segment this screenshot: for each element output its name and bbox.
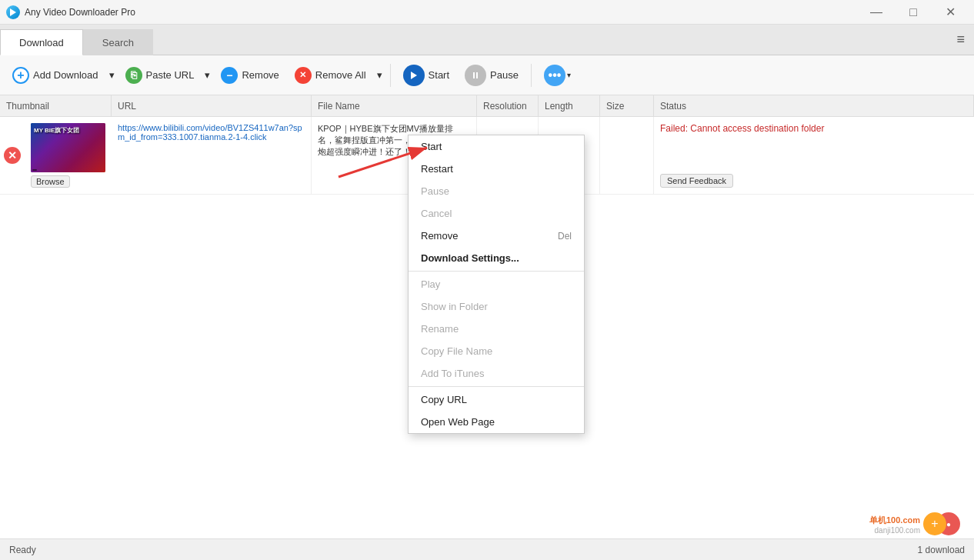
separator2	[531, 64, 532, 87]
svg-rect-2	[473, 72, 475, 78]
start-button[interactable]: Start	[397, 61, 455, 90]
tab-bar: Download Search ≡	[0, 25, 974, 55]
error-icon-cell: ✕	[0, 117, 25, 194]
ctx-separator1	[409, 271, 584, 272]
paste-url-button[interactable]: ⎘ Paste URL	[119, 63, 201, 88]
pause-icon	[465, 65, 486, 86]
app-title: Any Video Downloader Pro	[25, 7, 135, 18]
close-button[interactable]: ✕	[932, 0, 968, 25]
col-header-filename: File Name	[312, 95, 477, 116]
ctx-show-in-folder[interactable]: Show in Folder	[409, 295, 584, 318]
menu-icon[interactable]: ≡	[953, 28, 968, 51]
ctx-add-to-itunes[interactable]: Add To iTunes	[409, 362, 584, 385]
status-cell: Failed: Cannot access destination folder…	[654, 117, 974, 194]
add-icon: +	[12, 67, 29, 84]
separator	[390, 64, 391, 87]
ctx-pause[interactable]: Pause	[409, 180, 584, 202]
pause-button[interactable]: Pause	[459, 61, 525, 90]
browse-button[interactable]: Browse	[31, 175, 70, 188]
more-icon: •••	[544, 65, 565, 86]
context-menu: Start Restart Pause Cancel Remove Del Do…	[408, 135, 585, 434]
svg-marker-0	[10, 8, 16, 16]
ctx-play[interactable]: Play	[409, 273, 584, 295]
status-bar: Ready 1 download	[0, 538, 974, 560]
ctx-copy-url[interactable]: Copy URL	[409, 388, 584, 411]
status-ready: Ready	[9, 545, 36, 555]
remove-all-icon: ✕	[295, 67, 312, 84]
ctx-remove-shortcut: Del	[558, 231, 572, 242]
watermark-icon1: +	[923, 512, 946, 535]
col-header-size: Size	[600, 95, 654, 116]
add-download-button[interactable]: + Add Download	[6, 63, 105, 88]
add-download-dropdown[interactable]: ▾	[108, 65, 116, 85]
thumbnail-cell: MY BIE旗下女团 Browse	[25, 117, 112, 194]
ctx-open-web-page[interactable]: Open Web Page	[409, 411, 584, 433]
error-icon: ✕	[4, 147, 21, 164]
col-header-thumbnail: Thumbnail	[0, 95, 112, 116]
ctx-copy-file-name[interactable]: Copy File Name	[409, 340, 584, 362]
toolbar: + Add Download ▾ ⎘ Paste URL ▾ − Remove …	[0, 55, 974, 95]
ctx-cancel[interactable]: Cancel	[409, 202, 584, 225]
watermark-subtext: danji100.com	[875, 526, 920, 535]
remove-icon: −	[221, 67, 238, 84]
ctx-remove[interactable]: Remove Del	[409, 225, 584, 247]
play-icon	[403, 65, 425, 86]
remove-all-button[interactable]: ✕ Remove All	[289, 63, 372, 88]
watermark: 单机100.com danji100.com + ●	[869, 511, 968, 538]
ctx-start[interactable]: Start	[409, 135, 584, 158]
status-text: Failed: Cannot access destination folder	[660, 123, 968, 134]
tab-search[interactable]: Search	[83, 29, 153, 55]
more-button[interactable]: ••• ▾	[538, 61, 577, 90]
col-header-status: Status	[654, 95, 974, 116]
ctx-download-settings[interactable]: Download Settings...	[409, 247, 584, 269]
col-header-url: URL	[112, 95, 312, 116]
thumb-overlay	[32, 169, 37, 171]
url-cell: https://www.bilibili.com/video/BV1ZS411w…	[112, 117, 312, 194]
title-bar: Any Video Downloader Pro — □ ✕	[0, 0, 974, 25]
tab-download[interactable]: Download	[0, 29, 83, 55]
column-headers: Thumbnail URL File Name Resolution Lengt…	[0, 95, 974, 117]
maximize-button[interactable]: □	[896, 0, 931, 25]
app-icon	[6, 5, 20, 19]
remove-button[interactable]: − Remove	[215, 63, 285, 88]
download-count: 1 download	[918, 545, 965, 555]
ctx-rename[interactable]: Rename	[409, 318, 584, 340]
size-cell	[600, 117, 654, 194]
watermark-text: 单机100.com	[869, 515, 920, 526]
ctx-separator2	[409, 386, 584, 387]
ctx-restart[interactable]: Restart	[409, 158, 584, 180]
svg-marker-1	[411, 72, 417, 79]
paste-icon: ⎘	[125, 67, 142, 84]
send-feedback-button[interactable]: Send Feedback	[660, 174, 733, 188]
paste-url-dropdown[interactable]: ▾	[203, 65, 212, 85]
col-header-length: Length	[539, 95, 600, 116]
remove-all-dropdown[interactable]: ▾	[375, 65, 384, 85]
thumbnail-image: MY BIE旗下女团	[31, 123, 105, 172]
col-header-resolution: Resolution	[477, 95, 539, 116]
minimize-button[interactable]: —	[859, 0, 894, 25]
svg-rect-3	[476, 72, 478, 78]
